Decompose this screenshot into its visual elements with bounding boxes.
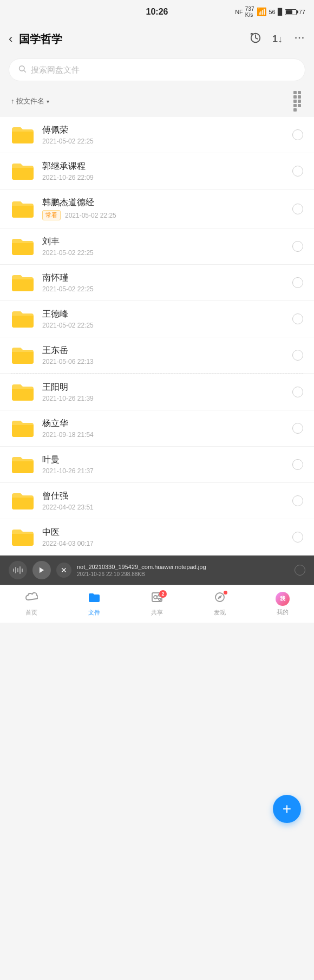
- nav-share-label: 共享: [151, 609, 163, 617]
- file-name: 韩鹏杰道德经: [42, 197, 285, 208]
- file-meta: 2022-04-02 23:51: [42, 504, 285, 511]
- svg-point-4: [19, 66, 24, 71]
- audio-select-radio[interactable]: [295, 565, 305, 576]
- select-radio[interactable]: [292, 313, 303, 324]
- more-button[interactable]: [293, 32, 305, 47]
- grid-view-icon[interactable]: [293, 91, 303, 112]
- list-item[interactable]: 曾仕强 2022-04-02 23:51: [0, 483, 314, 519]
- audio-filename: not_20210330_195429_com.huawei.notepad.j…: [77, 564, 287, 570]
- audio-play-button[interactable]: [32, 561, 51, 579]
- list-item[interactable]: 郭继承课程 2021-10-26 22:09: [0, 153, 314, 190]
- nav-bar: ‹ 国学哲学 1↓: [0, 24, 314, 54]
- file-name: 南怀瑾: [42, 272, 285, 284]
- file-meta: 2022-04-03 00:17: [42, 540, 285, 547]
- search-icon: [18, 64, 27, 75]
- svg-point-3: [302, 37, 304, 38]
- history-button[interactable]: [250, 32, 261, 47]
- bottom-nav: 首页 文件 2 共享: [0, 585, 314, 623]
- nav-item-files[interactable]: 文件: [63, 585, 126, 623]
- file-name: 王德峰: [42, 309, 285, 320]
- file-info: 南怀瑾 2021-05-02 22:25: [42, 272, 285, 293]
- file-meta: 2021-10-26 21:39: [42, 395, 285, 402]
- select-radio[interactable]: [292, 204, 303, 214]
- list-item[interactable]: 叶曼 2021-10-26 21:37: [0, 447, 314, 483]
- status-icons: NF 737K/s 📶 56 ▉ 77: [235, 6, 305, 18]
- file-name: 叶曼: [42, 454, 285, 466]
- list-item[interactable]: 傅佩荣 2021-05-02 22:25: [0, 117, 314, 153]
- nav-mine-label: 我的: [277, 608, 289, 616]
- nav-item-home[interactable]: 首页: [0, 585, 63, 623]
- nav-actions: 1↓: [250, 32, 305, 47]
- list-item[interactable]: 王东岳 2021-05-06 22:13: [0, 337, 314, 374]
- file-date: 2021-05-06 22:13: [42, 358, 94, 365]
- sort-button[interactable]: 1↓: [272, 34, 283, 45]
- file-list: 傅佩荣 2021-05-02 22:25 郭继承课程 2021-10-26 22…: [0, 117, 314, 556]
- share-icon: 2: [151, 591, 163, 606]
- folder-icon: [11, 382, 35, 402]
- signal-icon: 56: [269, 9, 276, 15]
- file-date: 2021-05-02 22:25: [42, 138, 94, 145]
- select-radio[interactable]: [292, 423, 303, 434]
- file-name: 王阳明: [42, 382, 285, 393]
- file-name: 杨立华: [42, 418, 285, 429]
- folder-icon: [11, 455, 35, 474]
- folder-icon: [11, 237, 35, 256]
- select-radio[interactable]: [292, 241, 303, 252]
- list-item[interactable]: 韩鹏杰道德经 常看 2021-05-02 22:25: [0, 190, 314, 228]
- signal-bars: ▉: [278, 8, 283, 16]
- list-item[interactable]: 杨立华 2021-09-18 21:54: [0, 410, 314, 447]
- select-radio[interactable]: [292, 129, 303, 140]
- folder-icon: [11, 273, 35, 292]
- svg-line-12: [157, 598, 159, 599]
- sort-bar: ↑ 按文件名 ▾: [0, 86, 314, 117]
- svg-point-10: [159, 598, 161, 600]
- fab-add-button[interactable]: +: [273, 795, 301, 823]
- share-badge: 2: [159, 590, 167, 598]
- list-item[interactable]: 中医 2022-04-03 00:17: [0, 519, 314, 556]
- select-radio[interactable]: [292, 387, 303, 397]
- list-item[interactable]: 刘丰 2021-05-02 22:25: [0, 228, 314, 265]
- search-bar[interactable]: 搜索网盘文件: [9, 58, 305, 81]
- file-date: 2021-05-02 22:25: [42, 249, 94, 257]
- file-meta: 2021-09-18 21:54: [42, 431, 285, 439]
- back-button[interactable]: ‹: [9, 32, 12, 46]
- select-radio[interactable]: [292, 495, 303, 506]
- nav-home-label: 首页: [25, 609, 37, 617]
- wifi-icon: 📶: [257, 7, 267, 17]
- list-item[interactable]: 王阳明 2021-10-26 21:39: [0, 374, 314, 410]
- nav-item-mine[interactable]: 我 我的: [251, 585, 314, 623]
- svg-point-2: [299, 37, 300, 38]
- select-radio[interactable]: [292, 532, 303, 543]
- discover-dot: [224, 591, 227, 594]
- chevron-down-icon: ▾: [47, 99, 49, 104]
- file-name: 傅佩荣: [42, 125, 285, 136]
- svg-point-1: [295, 37, 297, 38]
- file-info: 刘丰 2021-05-02 22:25: [42, 236, 285, 257]
- file-meta: 2021-05-02 22:25: [42, 322, 285, 329]
- file-info: 叶曼 2021-10-26 21:37: [42, 454, 285, 475]
- sort-text: ↑ 按文件名: [11, 96, 44, 106]
- cloud-icon: [25, 591, 38, 606]
- file-name: 中医: [42, 527, 285, 538]
- file-date: 2021-05-02 22:25: [42, 285, 94, 293]
- sort-label[interactable]: ↑ 按文件名 ▾: [11, 96, 49, 106]
- folder-icon: [11, 125, 35, 145]
- list-item[interactable]: 南怀瑾 2021-05-02 22:25: [0, 265, 314, 301]
- file-info: 曾仕强 2022-04-02 23:51: [42, 491, 285, 511]
- nav-item-discover[interactable]: 发现: [188, 585, 251, 623]
- file-meta: 2021-10-26 21:37: [42, 467, 285, 475]
- select-radio[interactable]: [292, 459, 303, 470]
- file-info: 郭继承课程 2021-10-26 22:09: [42, 161, 285, 181]
- file-date: 2021-05-02 22:25: [42, 322, 94, 329]
- file-meta: 2021-05-02 22:25: [42, 249, 285, 257]
- file-meta: 常看 2021-05-02 22:25: [42, 210, 285, 220]
- select-radio[interactable]: [292, 350, 303, 361]
- nav-item-share[interactable]: 2 共享: [126, 585, 188, 623]
- select-radio[interactable]: [292, 277, 303, 288]
- list-item[interactable]: 王德峰 2021-05-02 22:25: [0, 301, 314, 337]
- folder-nav-icon: [88, 591, 101, 606]
- file-info: 韩鹏杰道德经 常看 2021-05-02 22:25: [42, 197, 285, 220]
- folder-icon: [11, 345, 35, 365]
- audio-close-button[interactable]: ✕: [56, 563, 71, 578]
- select-radio[interactable]: [292, 166, 303, 177]
